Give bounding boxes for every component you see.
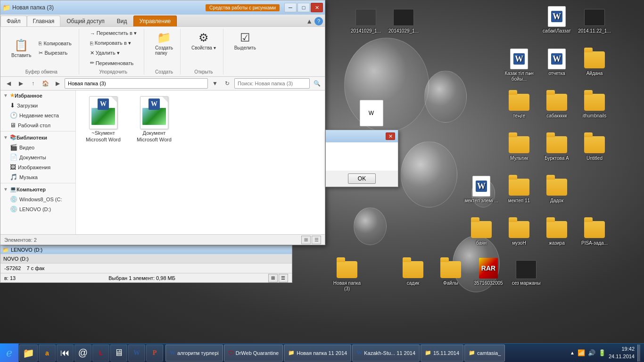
show-desktop-btn[interactable] [637,345,640,362]
desktop-icon-folder-untitled[interactable]: Untitled [578,132,611,161]
desktop-icon-video1[interactable]: 20141029_1... [349,5,383,34]
address-input[interactable] [65,78,208,89]
desktop-icon-word-mektep[interactable]: W мектеп элемі ... [464,174,498,204]
maximize-button[interactable]: □ [297,3,310,12]
copy-button[interactable]: ⎘ Копировать [35,39,74,48]
desktop-icon-video2[interactable]: 20141029_1... [387,5,421,34]
up-button[interactable]: ↑ [28,78,38,89]
desktop-icon-folder-pisa[interactable]: PISA-зада... [578,217,611,246]
delete-button[interactable]: ✕ Удалить ▾ [87,49,140,58]
desktop-icon-folder-multik[interactable]: Мультик [502,132,536,161]
start-button[interactable]: ℯ [0,344,19,362]
drweb-icon: 🛡 [228,350,234,356]
properties-button[interactable]: ⚙ Свойства ▾ [188,29,219,53]
copy-to-button[interactable]: ⎘ Копировать в ▾ [87,39,140,48]
desktop-icon-folder-thumbnails[interactable]: ithumbnails [578,90,611,119]
taskbar-word-btn[interactable]: W [128,345,145,362]
tab-share[interactable]: Общий доступ [60,16,111,26]
favorites-header[interactable]: ▼ ★ Избранное [0,90,75,100]
nav-item-desktop[interactable]: 🖥 Рабочий стол [0,120,75,130]
nav-item-downloads[interactable]: ⬇ Загрузки [0,100,75,110]
large-icons-view-btn[interactable]: ⊞ [301,236,311,244]
taskbar-running-drweb[interactable]: 🛡 DrWeb Quarantine [224,345,283,362]
nav-item-c-drive[interactable]: 💿 Windows8_OS (C: [0,194,75,204]
nav-item-music[interactable]: 🎵 Музыка [0,172,75,182]
close-button[interactable]: ✕ [311,3,323,12]
dialog-ok-button[interactable]: OK [348,173,376,184]
taskbar-ppt-btn[interactable]: P [146,345,163,362]
cut-button[interactable]: ✂ Вырезать [35,49,74,58]
nav-pane: ▼ ★ Избранное ⬇ Загрузки 🕐 Недавние мест… [0,90,76,234]
cut-icon: ✂ [39,50,43,56]
desktop-icon-folder-bayan[interactable]: баян [464,217,498,246]
taskbar-running-date[interactable]: 📁 15.11.2014 [421,345,463,362]
file-item-skument[interactable]: W ~Skумент Microsoft Word [80,94,127,147]
taskbar-explorer-btn[interactable]: 📁 [19,345,38,362]
nav-item-recent[interactable]: 🕐 Недавние места [0,110,75,120]
desktop-icon-archive[interactable]: RAR 35716032005 [471,257,505,286]
nav-item-video[interactable]: 🎬 Видео [0,142,75,152]
details-view-btn[interactable]: ☰ [312,236,321,244]
desktop-icon-word-sabak[interactable]: W сабак\Лаззат [540,5,574,34]
file-item-dokument[interactable]: W Документ Microsoft Word [131,94,178,147]
desktop-icon-word-otchetka[interactable]: W отчетка [540,47,574,76]
nav-divider2 [0,183,75,183]
taskbar-running-kazakh[interactable]: W Kazakh-Stu... 11 2014 [352,345,420,362]
ew2-large-view-btn[interactable]: ⊞ [268,274,278,282]
ew2-details-view-btn[interactable]: ☰ [279,274,288,282]
taskbar-running-algoritm[interactable]: W алгоритм турлері [165,345,223,362]
ribbon-collapse-btn[interactable]: ▲ [306,17,313,25]
computer-header[interactable]: ▼ 💻 Компьютер [0,184,75,194]
move-to-button[interactable]: → Переместить в ▾ [87,29,140,38]
new-folder-button[interactable]: 📁 Создатьпапку [152,29,176,58]
desktop-icon-folder-muzon[interactable]: музоН [502,217,536,246]
desktop-icon-folder-aydana[interactable]: Айдана [578,47,611,76]
desktop-icon-folder-tenge[interactable]: теңге [502,90,536,119]
back-button[interactable]: ◀ [3,78,14,89]
desktop-icon-folder-burktova[interactable]: Бурктова А [540,132,574,161]
clock-display[interactable]: 19:42 24.11.2014 [609,346,635,360]
desktop-icon-video3[interactable]: 2014.11.22_1... [578,5,611,34]
word-icon: W [545,5,568,27]
taskbar-media-btn[interactable]: ⏮ [57,345,74,362]
taskbar-amazon-btn[interactable]: a [39,345,56,362]
dialog-close-button[interactable]: ✕ [386,132,395,140]
taskbar-running-camtasia[interactable]: 📁 camtasia_ [464,345,505,362]
nav-item-docs[interactable]: 📄 Документы [0,152,75,162]
desktop-icon-folder-faily[interactable]: Файлы [434,257,468,286]
nav-item-d-drive[interactable]: 💿 LENOVO (D:) [0,204,75,214]
nav-item-images[interactable]: 🖼 Изображения [0,162,75,172]
desktop-icon-folder-sabak[interactable]: сабаккккк [540,90,574,119]
forward-button[interactable]: ▶ [16,78,26,89]
help-btn[interactable]: ? [314,17,323,25]
desktop-icon-folder-sadik[interactable]: садик [396,257,430,286]
minimize-button[interactable]: ─ [284,3,297,12]
word-run-icon: W [356,349,362,356]
desktop-icon-folder-mektep11[interactable]: мектеп 11 [502,174,536,204]
taskbar-lenovo-btn[interactable]: L [92,345,109,362]
taskbar-screen-btn[interactable]: 🖥 [110,345,127,362]
tab-manage[interactable]: Управление [133,16,177,26]
libraries-header[interactable]: ▼ 📚 Библиотеки [0,132,75,142]
desktop-icon-video-sez[interactable]: сез маржаны [509,257,543,286]
tab-home[interactable]: Главная [27,16,61,26]
desktop-icon-folder-zhazira[interactable]: жазира [540,217,574,246]
rename-button[interactable]: ✏ Переименовать [87,58,140,67]
select-button[interactable]: ☑ Выделить [231,29,259,53]
taskbar-mail-btn[interactable]: @ [74,345,91,362]
tray-arrow-btn[interactable]: ▲ [570,350,575,355]
search-button[interactable]: 🔍 [312,78,322,89]
address-dropdown-btn[interactable]: ▼ [210,78,220,89]
folder-icon [545,90,568,112]
tab-view[interactable]: Вид [111,16,133,26]
desktop-icon-folder-novaya[interactable]: Новая папка (3) [330,257,364,292]
taskbar-running-novaya[interactable]: 📁 Новая папка 11 2014 [284,345,351,362]
paste-button[interactable]: 📋 Вставить [8,36,34,60]
refresh-button[interactable]: ↻ [222,78,232,89]
desktop-icon-word-kazak[interactable]: W Казак тіл пән бойы... [502,47,536,82]
desktop-icon-folder-dadok[interactable]: Дадок [540,174,574,204]
search-input[interactable] [234,78,310,89]
ew2-status-items: в: 13 [4,275,16,281]
tab-file[interactable]: Файл [0,16,27,26]
open-label: Открыть [194,67,213,74]
